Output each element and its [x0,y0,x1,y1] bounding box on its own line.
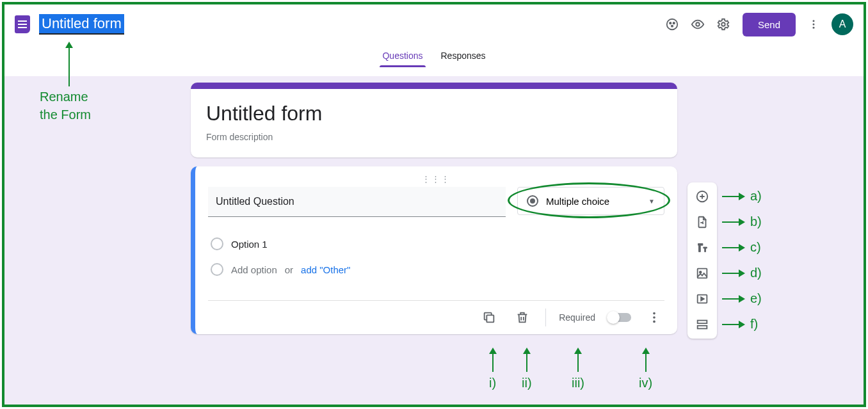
radio-option-icon [211,263,223,276]
form-description-input[interactable]: Form description [206,132,662,142]
svg-point-6 [813,20,815,22]
annotation-rename: Rename the Form [40,88,91,124]
svg-rect-17 [698,321,707,324]
app-header: Untitled form Send A [4,4,864,44]
svg-point-2 [673,22,675,24]
option-row[interactable]: Option 1 [211,231,664,257]
chevron-down-icon: ▼ [648,198,655,205]
add-title-button[interactable] [691,239,714,257]
option-label[interactable]: Option 1 [231,239,268,250]
svg-point-11 [653,316,655,319]
add-option-text[interactable]: Add option [231,264,277,275]
required-toggle[interactable] [608,313,631,322]
svg-point-3 [671,26,673,27]
drag-handle-icon[interactable]: ⋮⋮⋮ [208,177,664,182]
radio-icon [527,195,538,207]
svg-point-5 [721,22,725,26]
annotation-bottom-labels: i) ii) iii) iv) [191,349,677,400]
theme-icon[interactable] [659,12,685,37]
tab-responses[interactable]: Responses [441,47,486,67]
add-video-button[interactable] [691,290,714,308]
or-text: or [285,264,293,275]
svg-rect-14 [698,269,707,278]
forms-logo-icon [15,15,30,33]
question-type-label: Multiple choice [546,196,609,207]
svg-rect-18 [698,326,707,329]
form-canvas: Untitled form Form description ⋮⋮⋮ Untit… [4,76,864,405]
svg-point-12 [653,321,655,323]
svg-point-4 [696,22,700,26]
add-other-link[interactable]: add "Other" [301,264,350,275]
form-header-card[interactable]: Untitled form Form description [191,83,677,157]
question-footer: Required [208,300,664,328]
add-section-button[interactable] [691,316,714,333]
form-title-input[interactable]: Untitled form [206,102,662,125]
svg-point-1 [670,22,671,24]
radio-option-icon [211,237,223,250]
svg-point-0 [667,19,678,30]
svg-point-15 [700,271,702,273]
question-type-dropdown[interactable]: Multiple choice ▼ [517,187,664,215]
divider [545,309,546,326]
svg-point-10 [653,312,655,315]
side-toolbar [687,182,717,339]
svg-rect-9 [487,315,494,322]
delete-button[interactable] [512,307,533,328]
svg-point-7 [813,24,815,26]
question-title-input[interactable]: Untitled Question [208,187,506,217]
account-avatar[interactable]: A [832,13,853,35]
duplicate-button[interactable] [479,307,499,328]
send-button[interactable]: Send [743,13,796,36]
tabs-bar: Questions Responses [4,44,864,67]
form-name-input[interactable]: Untitled form [39,14,124,35]
add-image-button[interactable] [691,264,714,282]
add-question-button[interactable] [691,188,714,205]
question-more-icon[interactable] [644,307,664,328]
import-questions-button[interactable] [691,213,714,231]
required-label: Required [559,312,595,323]
more-icon[interactable] [802,19,825,30]
preview-icon[interactable] [685,12,711,37]
settings-icon[interactable] [711,12,736,37]
add-option-row[interactable]: Add option or add "Other" [211,257,664,282]
svg-point-8 [813,27,815,29]
tab-questions[interactable]: Questions [382,47,422,67]
question-card[interactable]: ⋮⋮⋮ Untitled Question Multiple choice ▼ … [191,166,677,334]
annotation-arrow [68,43,70,86]
annotation-side-labels: a) b) c) d) e) f) [722,189,762,332]
